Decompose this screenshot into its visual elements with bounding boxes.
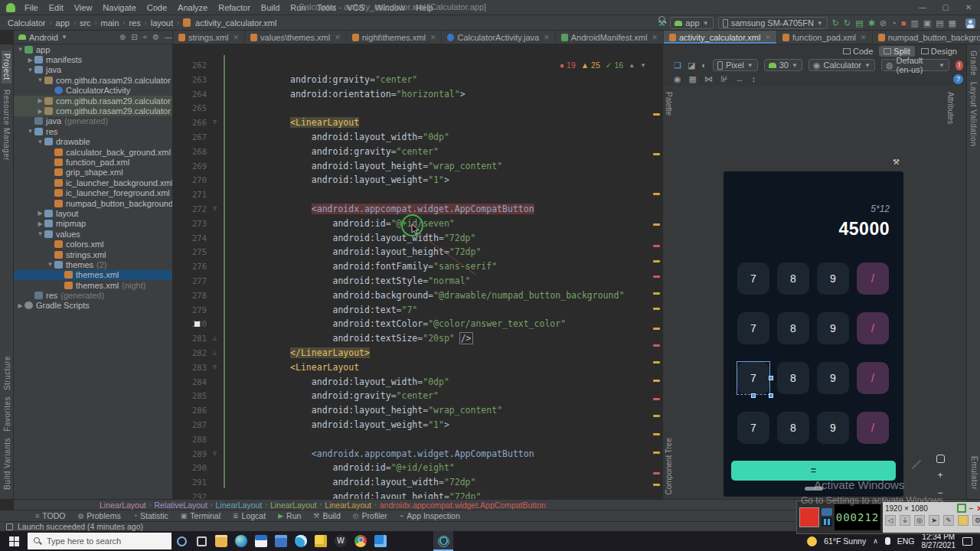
color-preview-swatch[interactable] — [194, 321, 200, 327]
tree-item-ic-launcher-background-xml[interactable]: ic_launcher_background.xml — [14, 178, 172, 187]
hidden-icons-chevron[interactable]: ∧ — [873, 537, 878, 545]
weather-text[interactable]: 61°F Sunny — [824, 536, 866, 546]
tab-calculatoractivity-java[interactable]: CalculatorActivity.java✕ — [442, 31, 555, 44]
stripe-mark[interactable] — [653, 472, 660, 474]
locate-file-icon[interactable]: ⊕ — [119, 33, 126, 41]
tree-item-com-github-rasam29-calculator[interactable]: ▼com.github.rasam29.calculator — [14, 75, 172, 85]
tree-expand-icon[interactable]: ▼ — [37, 139, 44, 145]
taskbar-mail-icon[interactable] — [271, 531, 291, 551]
code-line-267[interactable]: 267 android:layout_width="0dp" — [173, 130, 663, 145]
toolwindow-profiler[interactable]: ◴Profiler — [353, 511, 387, 520]
menu-view[interactable]: View — [70, 2, 97, 14]
code-line-281[interactable]: 281△ android:textSize="20sp" /> — [173, 331, 663, 346]
code-line-292[interactable]: 292 android:layout_height="72dp" — [173, 490, 663, 499]
code-line-279[interactable]: 279 android:text="7" — [173, 303, 663, 318]
apply-changes-icon[interactable]: ↻ — [844, 18, 851, 28]
tree-item-manifests[interactable]: ▶manifests — [14, 54, 172, 64]
attach-debugger-icon[interactable]: ⊘ — [880, 18, 887, 28]
code-line-268[interactable]: 268 android:gravity="center" — [173, 145, 663, 159]
stripe-mark[interactable] — [653, 292, 660, 295]
device-manager-icon[interactable]: ▥ — [910, 18, 918, 28]
tab-androidmanifest-xml[interactable]: AndroidManifest.xml✕ — [556, 31, 664, 44]
run-icon[interactable]: ↻ — [832, 18, 839, 28]
mode-split[interactable]: Split — [879, 46, 914, 57]
run-tests-icon[interactable]: ▤ — [855, 18, 863, 28]
tab-night-themes-xml[interactable]: night\themes.xml✕ — [347, 31, 443, 44]
code-line-283[interactable]: 283▽ <LinearLayout — [173, 360, 663, 375]
tool-strip-project[interactable]: Project — [2, 51, 11, 83]
calc-button-9-r3[interactable]: 9 — [817, 362, 849, 394]
tab-values-themes-xml[interactable]: values\themes.xml✕ — [245, 31, 347, 44]
tree-item-themes-xml[interactable]: themes.xml(night) — [14, 280, 172, 290]
avd-manager-icon[interactable]: ▣ — [923, 18, 931, 28]
recorder-camera-icon[interactable] — [822, 508, 832, 516]
stripe-mark[interactable] — [653, 344, 660, 347]
toolwindow-statistic[interactable]: ◔Statistic — [133, 511, 168, 520]
calc-button-divide-r2[interactable]: / — [857, 312, 889, 344]
layout-grid-icon[interactable]: ▦ — [689, 74, 697, 84]
stripe-mark[interactable] — [653, 433, 660, 435]
mode-code[interactable]: Code — [838, 46, 877, 57]
pencil-icon[interactable]: ✎ — [943, 515, 954, 526]
code-line-275[interactable]: 275 android:layout_height="72dp" — [173, 245, 663, 259]
resize-handle-icon[interactable] — [904, 452, 922, 470]
taskbar-search-input[interactable]: Type here to search — [28, 533, 172, 549]
stop-icon[interactable]: ■ — [901, 18, 906, 28]
code-line-282[interactable]: 282△ </LinearLayout> — [173, 346, 663, 360]
xml-breadcrumb-item[interactable]: LinearLayout — [270, 500, 317, 510]
code-line-280[interactable]: 280 android:textColor="@color/answer_tex… — [173, 317, 663, 331]
toolwindow-logcat[interactable]: ≣Logcat — [233, 511, 266, 520]
speaker-icon[interactable]: ◁ — [885, 515, 896, 526]
stripe-mark[interactable] — [653, 193, 660, 195]
microphone-tray-icon[interactable] — [885, 537, 890, 545]
code-line-265[interactable]: 265 — [173, 101, 663, 116]
menu-code[interactable]: Code — [142, 2, 172, 14]
calc-button-8-r2[interactable]: 8 — [777, 312, 809, 344]
fold-icon[interactable]: ▽ — [213, 202, 217, 217]
selection-handle[interactable] — [751, 393, 756, 398]
calc-button-8-r1[interactable]: 8 — [777, 262, 809, 295]
selection-handle[interactable] — [769, 393, 773, 398]
taskbar-file-explorer-icon[interactable] — [211, 531, 231, 551]
recorder-pause-button[interactable] — [822, 517, 832, 527]
stripe-mark[interactable] — [653, 245, 660, 247]
code-line-270[interactable]: 270 android:layout_weight="1"> — [173, 173, 663, 187]
tree-expand-icon[interactable]: ▼ — [17, 46, 24, 53]
device-select[interactable]: samsung SM-A705FN▼ — [718, 17, 828, 29]
tree-expand-icon[interactable]: ▶ — [37, 97, 44, 104]
calculator-preview[interactable]: 5*12 45000 789/789/789/789/ = — [724, 171, 903, 497]
tab-close-icon[interactable]: ✕ — [335, 34, 341, 41]
tree-item-java[interactable]: java(generated) — [14, 116, 172, 126]
tool-strip-gradle[interactable]: Gradle — [969, 51, 978, 76]
tree-item-calculator-back-ground-xml[interactable]: calculator_back_ground.xml — [14, 147, 172, 157]
code-line-289[interactable]: 289▽ <androidx.appcompat.widget.AppCompa… — [173, 447, 663, 461]
run-config-select[interactable]: app▼ — [670, 17, 713, 29]
taskbar-task-view-icon[interactable] — [191, 531, 211, 551]
stripe-mark[interactable] — [653, 308, 660, 310]
profiler-icon[interactable]: ◔ — [891, 18, 897, 28]
tree-item-themes-xml[interactable]: themes.xml — [14, 270, 172, 280]
tree-expand-icon[interactable]: ▼ — [27, 67, 34, 73]
maximize-button[interactable]: ▢ — [934, 0, 957, 15]
code-line-263[interactable]: 263 android:gravity="center" — [173, 73, 663, 87]
tree-item-app[interactable]: ▼app — [14, 44, 172, 54]
webcam-icon[interactable]: ◎ — [914, 515, 925, 526]
tree-item-strings-xml[interactable]: strings.xml — [14, 249, 172, 259]
tree-item-gradle-scripts[interactable]: ▶Gradle Scripts — [14, 301, 172, 311]
xml-breadcrumb-item[interactable]: RelativeLayout — [154, 500, 207, 510]
tree-expand-icon[interactable]: ▼ — [27, 128, 34, 135]
toolwindow-todo[interactable]: ≡TODO — [35, 511, 65, 520]
zoom-in-button[interactable]: + — [934, 470, 946, 481]
taskbar-store-icon[interactable] — [251, 531, 271, 551]
toolwindow-build[interactable]: ⚒Build — [313, 511, 340, 520]
theme-select[interactable]: ◉Calculator▼ — [808, 59, 875, 71]
tree-item-themes[interactable]: ▼themes(2) — [14, 259, 172, 269]
weather-sun-icon[interactable] — [807, 536, 817, 546]
autoconnect-off-icon[interactable]: ⋈ — [704, 74, 713, 84]
calc-button-8-r3[interactable]: 8 — [777, 362, 809, 394]
code-line-266[interactable]: 266▽ <LinearLayout — [173, 116, 663, 130]
tab-close-icon[interactable]: ✕ — [544, 34, 550, 41]
design-surface[interactable]: Palette Component Tree Attributes ⚒ 5*12… — [663, 86, 966, 499]
tree-expand-icon[interactable]: ▼ — [47, 261, 54, 268]
notification-center-icon[interactable] — [962, 537, 972, 546]
